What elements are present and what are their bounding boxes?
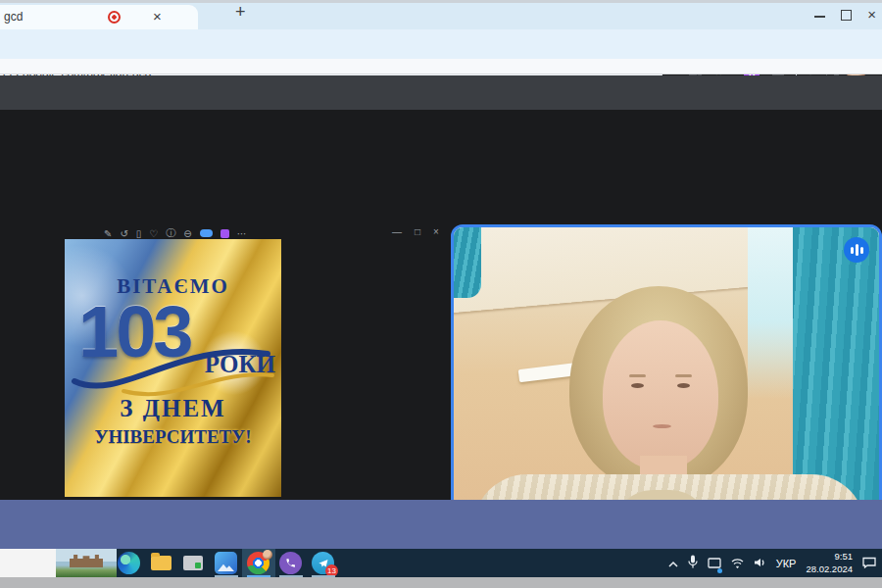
presenting-banner: ина Коваленко (вы, на главном экране) Ос… xyxy=(0,75,882,110)
meet-control-bar: gcd CC xyxy=(0,500,882,549)
file-explorer-icon[interactable] xyxy=(151,556,172,570)
app-icon[interactable] xyxy=(220,229,229,238)
news-widget-thumbnail[interactable] xyxy=(56,549,117,577)
zoom-out-icon[interactable]: ⊖ xyxy=(183,228,191,239)
window-close-button[interactable]: × xyxy=(867,6,876,23)
person-face xyxy=(603,320,718,469)
taskbar-search-area[interactable] xyxy=(0,549,56,577)
windows-taskbar: 13 УКР 9:51 28. xyxy=(0,549,882,577)
screen-bottom-strip xyxy=(0,577,882,588)
person-eye xyxy=(677,383,690,388)
tab-title: gcd xyxy=(4,10,23,24)
notification-center-icon[interactable] xyxy=(862,555,876,572)
photo-viewer-toolbar: ✎ ↺ ▯ ♡ ⓘ ⊖ ⋯ xyxy=(104,226,247,240)
slide-line2: З ДНЕМ xyxy=(65,395,281,422)
bookmarks-strip xyxy=(0,59,882,74)
tray-wifi-icon[interactable] xyxy=(731,555,744,572)
system-tray: УКР 9:51 28.02.2024 xyxy=(668,549,882,577)
screen: gcd × + × eet.google.com/ddy-fidn-gcd ☆ … xyxy=(0,0,882,588)
tray-mic-icon[interactable] xyxy=(688,555,698,572)
person-brow xyxy=(675,374,692,377)
info-icon[interactable]: ⓘ xyxy=(166,226,175,240)
viber-icon[interactable] xyxy=(279,552,302,574)
audio-speaking-indicator xyxy=(844,237,869,263)
tab-close-icon[interactable]: × xyxy=(153,8,162,24)
tray-time: 9:51 xyxy=(806,551,853,563)
slide-line3: УНІВЕРСИТЕТУ! xyxy=(65,426,281,448)
window-maximize-button[interactable] xyxy=(841,10,852,21)
person-eye xyxy=(631,383,644,388)
person-mouth xyxy=(653,424,671,428)
clock[interactable]: 9:51 28.02.2024 xyxy=(806,551,853,575)
window-top-edge xyxy=(0,0,882,3)
window-minimize-button[interactable] xyxy=(814,16,825,18)
room-curtain-left xyxy=(454,227,481,298)
viewer-maximize-icon[interactable]: □ xyxy=(415,226,420,237)
more-icon[interactable]: ⋯ xyxy=(237,228,247,239)
printer-app-icon[interactable] xyxy=(183,556,203,570)
keyboard-language[interactable]: УКР xyxy=(776,558,797,569)
browser-tab-strip: gcd × + × xyxy=(0,0,882,29)
tray-date: 28.02.2024 xyxy=(806,564,853,575)
new-tab-button[interactable]: + xyxy=(235,2,246,23)
rotate-icon[interactable]: ↺ xyxy=(120,228,127,239)
edit-icon[interactable]: ✎ xyxy=(104,228,112,239)
main-video-tile[interactable]: Інна Григор'єва xyxy=(451,224,882,536)
telegram-icon[interactable]: 13 xyxy=(312,552,334,574)
slide-years: РОКИ xyxy=(205,351,275,378)
person-brow xyxy=(629,374,646,377)
recording-icon xyxy=(108,11,121,24)
shared-slide: ВІТАЄМО 103 РОКИ З ДНЕМ УНІВЕРСИТЕТУ! xyxy=(65,239,281,497)
tray-cast-icon[interactable] xyxy=(708,555,721,572)
viewer-minimize-icon[interactable]: — xyxy=(392,226,402,237)
viewer-close-icon[interactable]: × xyxy=(433,226,439,237)
photos-app-icon[interactable] xyxy=(215,552,237,574)
cloud-icon[interactable] xyxy=(200,229,213,237)
browser-tab[interactable]: gcd × xyxy=(0,5,198,29)
photo-viewer-window-controls: — □ × xyxy=(392,226,439,237)
chrome-icon[interactable] xyxy=(247,552,270,574)
edge-icon[interactable] xyxy=(118,552,140,574)
tray-chevron-icon[interactable] xyxy=(668,555,678,572)
cast-active-dot xyxy=(717,568,722,573)
browser-toolbar: eet.google.com/ddy-fidn-gcd ☆ b ⋮ xyxy=(0,29,882,59)
tray-volume-icon[interactable] xyxy=(754,555,766,572)
delete-icon[interactable]: ▯ xyxy=(136,228,142,239)
meeting-stage: ✎ ↺ ▯ ♡ ⓘ ⊖ ⋯ — □ × ВІТАЄМО 103 РОКИ З Д… xyxy=(0,110,882,500)
favorite-icon[interactable]: ♡ xyxy=(149,228,158,239)
room-window xyxy=(748,227,797,399)
